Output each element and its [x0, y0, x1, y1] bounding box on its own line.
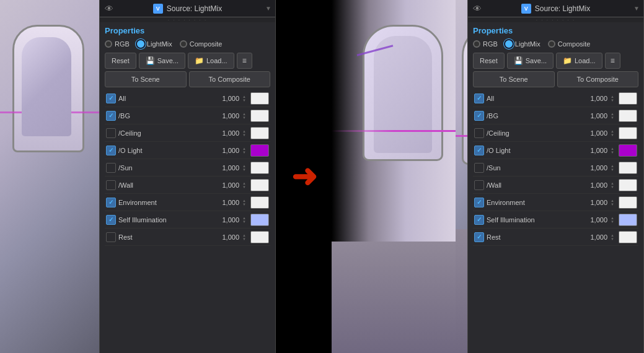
radio-circle-lightmix-left	[137, 40, 144, 48]
to-scene-button-left[interactable]: To Scene	[105, 71, 187, 87]
list-button-left[interactable]: ≡	[237, 53, 252, 69]
list-button-right[interactable]: ≡	[605, 53, 620, 69]
checkbox-env-left[interactable]: ✓	[106, 198, 116, 207]
save-icon-right: 💾	[514, 56, 523, 65]
reset-button-left[interactable]: Reset	[105, 53, 136, 69]
color-swatch-ceiling-left[interactable]	[250, 127, 269, 139]
radio-lightmix-right[interactable]: LightMix	[505, 40, 540, 48]
color-swatch-sun-left[interactable]	[250, 162, 269, 174]
color-swatch-rest-right[interactable]	[619, 231, 637, 243]
color-swatch-env-left[interactable]	[250, 196, 269, 209]
light-value-selfillum-left: 1,000	[216, 216, 239, 224]
stepper-wall-left[interactable]: ▲▼	[240, 181, 248, 189]
stepper-olight-right[interactable]: ▲▼	[609, 147, 616, 154]
light-value-bg-right: 1,000	[584, 112, 607, 120]
stepper-bg-right[interactable]: ▲▼	[609, 112, 616, 120]
color-swatch-selfillum-right[interactable]	[619, 214, 637, 226]
panel-title-left: Source: LightMix	[167, 4, 222, 13]
stepper-env-right[interactable]: ▲▼	[609, 199, 616, 206]
eye-icon-right[interactable]: 👁	[473, 4, 482, 14]
light-name-env-left: Environment	[118, 199, 216, 206]
light-row-selfillum-right: ✓ Self Illumination 1,000 ▲▼	[473, 211, 638, 229]
checkbox-selfillum-left[interactable]: ✓	[106, 215, 116, 225]
color-swatch-env-right[interactable]	[619, 196, 637, 209]
color-swatch-ceiling-right[interactable]	[619, 127, 637, 139]
reset-button-right[interactable]: Reset	[473, 53, 505, 69]
to-composite-button-left[interactable]: To Composite	[189, 71, 271, 87]
checkbox-olight-left[interactable]: ✓	[106, 146, 116, 155]
light-value-sun-left: 1,000	[216, 164, 239, 172]
stepper-bg-left[interactable]: ▲▼	[240, 112, 248, 120]
light-value-all-left: 1,000	[216, 95, 239, 102]
stepper-ceiling-left[interactable]: ▲▼	[240, 129, 248, 137]
checkbox-ceiling-left[interactable]	[106, 128, 116, 138]
scene-purple-stripe	[332, 130, 456, 132]
scroll-icon-left[interactable]: ▼	[265, 5, 271, 12]
radio-composite-left[interactable]: Composite	[180, 40, 223, 48]
light-name-olight-right: /O Light	[487, 147, 584, 154]
light-value-env-left: 1,000	[216, 199, 239, 206]
light-row-all-right: ✓ All 1,000 ▲▼	[473, 90, 638, 107]
checkbox-all-right[interactable]: ✓	[474, 94, 484, 103]
color-swatch-selfillum-left[interactable]	[250, 214, 269, 226]
radio-composite-right[interactable]: Composite	[548, 40, 591, 48]
eye-icon-left[interactable]: 👁	[105, 4, 113, 14]
stepper-wall-right[interactable]: ▲▼	[609, 181, 616, 189]
checkbox-wall-right[interactable]	[474, 180, 484, 190]
checkbox-wall-left[interactable]	[106, 180, 116, 190]
stepper-ceiling-right[interactable]: ▲▼	[609, 129, 616, 137]
color-swatch-bg-right[interactable]	[619, 110, 637, 122]
checkbox-bg-right[interactable]: ✓	[474, 111, 484, 121]
checkbox-rest-left[interactable]	[106, 232, 116, 242]
scroll-icon-right[interactable]: ▼	[633, 5, 640, 12]
checkbox-all-left[interactable]: ✓	[106, 94, 116, 103]
stepper-rest-right[interactable]: ▲▼	[609, 233, 616, 241]
to-scene-button-right[interactable]: To Scene	[473, 71, 555, 87]
stepper-selfillum-left[interactable]: ▲▼	[240, 216, 248, 224]
light-row-ceiling-right: /Ceiling 1,000 ▲▼	[473, 124, 638, 142]
checkbox-sun-right[interactable]	[474, 163, 484, 173]
color-swatch-olight-left[interactable]	[250, 144, 269, 157]
left-lightmix-panel: 👁 V Source: LightMix ▼ · · · · · · · · P…	[99, 0, 276, 353]
checkbox-olight-right[interactable]: ✓	[474, 146, 484, 155]
light-value-sun-right: 1,000	[584, 164, 607, 172]
light-value-selfillum-right: 1,000	[584, 216, 607, 224]
save-button-right[interactable]: 💾Save...	[507, 53, 554, 69]
stepper-all-right[interactable]: ▲▼	[609, 95, 616, 102]
btn-row-2-left: To Scene To Composite	[105, 71, 270, 87]
stepper-olight-left[interactable]: ▲▼	[240, 147, 248, 154]
stepper-selfillum-right[interactable]: ▲▼	[609, 216, 616, 224]
purple-stripe-right	[456, 135, 467, 137]
color-swatch-all-right[interactable]	[619, 92, 637, 105]
stepper-sun-right[interactable]: ▲▼	[609, 164, 616, 172]
checkbox-sun-left[interactable]	[106, 163, 116, 173]
stepper-sun-left[interactable]: ▲▼	[240, 164, 248, 172]
light-name-wall-left: /Wall	[118, 181, 216, 189]
checkbox-bg-left[interactable]: ✓	[106, 111, 116, 121]
load-button-left[interactable]: 📁Load...	[188, 53, 234, 69]
color-swatch-olight-right[interactable]	[619, 144, 637, 157]
save-button-left[interactable]: 💾Save...	[139, 53, 185, 69]
checkbox-env-right[interactable]: ✓	[474, 198, 484, 207]
checkbox-ceiling-right[interactable]	[474, 128, 484, 138]
checkbox-selfillum-right[interactable]: ✓	[474, 215, 484, 225]
color-swatch-bg-left[interactable]	[250, 110, 269, 122]
radio-circle-rgb-right	[473, 40, 480, 48]
stepper-all-left[interactable]: ▲▼	[240, 95, 248, 102]
checkbox-rest-right[interactable]: ✓	[474, 232, 484, 242]
color-swatch-sun-right[interactable]	[619, 162, 637, 174]
light-name-all-right: All	[487, 95, 584, 102]
color-swatch-all-left[interactable]	[250, 92, 269, 105]
radio-lightmix-left[interactable]: LightMix	[137, 40, 172, 48]
stepper-env-left[interactable]: ▲▼	[240, 199, 248, 206]
radio-label-composite-left: Composite	[190, 40, 223, 48]
color-swatch-rest-left[interactable]	[250, 231, 269, 243]
color-swatch-wall-right[interactable]	[619, 179, 637, 191]
color-swatch-wall-left[interactable]	[250, 179, 269, 191]
radio-rgb-left[interactable]: RGB	[105, 40, 130, 48]
to-composite-button-right[interactable]: To Composite	[557, 71, 639, 87]
load-button-right[interactable]: 📁Load...	[556, 53, 602, 69]
radio-rgb-right[interactable]: RGB	[473, 40, 498, 48]
stepper-rest-left[interactable]: ▲▼	[240, 233, 248, 241]
radio-label-rgb-left: RGB	[115, 40, 130, 48]
